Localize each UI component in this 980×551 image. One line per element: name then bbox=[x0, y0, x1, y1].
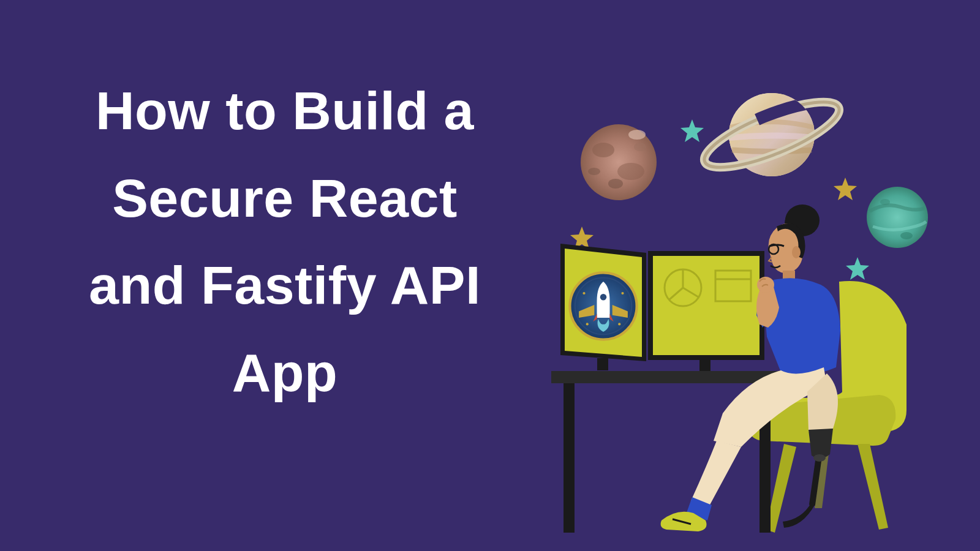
hero-illustration bbox=[539, 80, 956, 533]
gold-star-icon bbox=[834, 178, 857, 200]
svg-point-25 bbox=[586, 323, 589, 325]
svg-point-24 bbox=[621, 292, 624, 294]
svg-point-10 bbox=[634, 143, 646, 151]
left-monitor-icon bbox=[560, 244, 646, 370]
svg-point-9 bbox=[608, 179, 623, 189]
green-planet-icon bbox=[867, 187, 928, 248]
svg-rect-29 bbox=[699, 360, 710, 371]
teal-star-icon bbox=[680, 119, 704, 142]
mars-planet-icon bbox=[581, 124, 657, 200]
teal-star-icon bbox=[846, 257, 869, 280]
svg-point-34 bbox=[792, 246, 801, 258]
svg-point-15 bbox=[900, 232, 913, 239]
svg-rect-16 bbox=[551, 371, 784, 383]
svg-rect-17 bbox=[564, 383, 575, 533]
svg-point-11 bbox=[628, 130, 646, 140]
saturn-planet-icon bbox=[698, 89, 846, 180]
svg-point-14 bbox=[880, 199, 890, 205]
svg-point-39 bbox=[813, 454, 826, 462]
svg-point-23 bbox=[582, 292, 585, 294]
svg-point-12 bbox=[588, 168, 600, 175]
svg-point-26 bbox=[618, 323, 620, 325]
right-monitor-icon bbox=[648, 251, 764, 371]
svg-point-8 bbox=[617, 163, 644, 180]
svg-point-22 bbox=[600, 294, 607, 301]
svg-point-13 bbox=[867, 187, 928, 248]
svg-rect-19 bbox=[597, 358, 608, 370]
hero-title: How to Build a Secure React and Fastify … bbox=[58, 67, 511, 416]
svg-point-7 bbox=[592, 143, 614, 157]
rocket-badge-icon bbox=[570, 272, 636, 339]
